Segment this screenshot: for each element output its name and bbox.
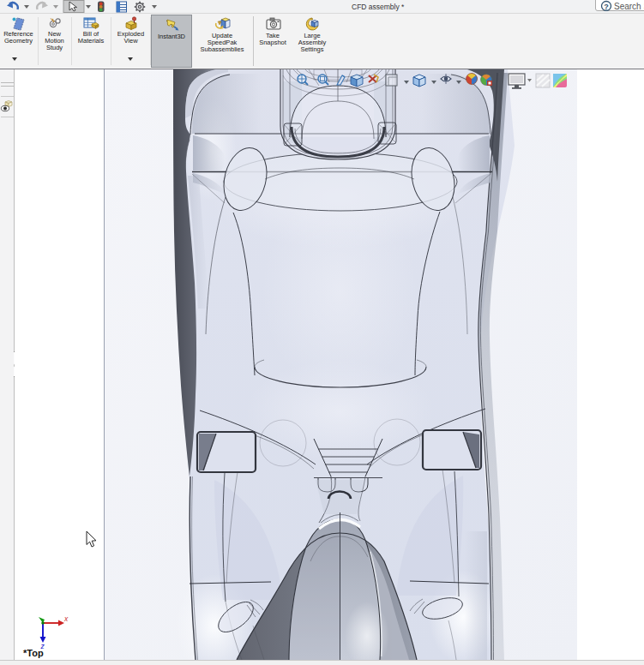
- svg-text:?: ?: [604, 3, 609, 11]
- svg-text:!: !: [220, 21, 220, 25]
- svg-text:x: x: [63, 614, 69, 623]
